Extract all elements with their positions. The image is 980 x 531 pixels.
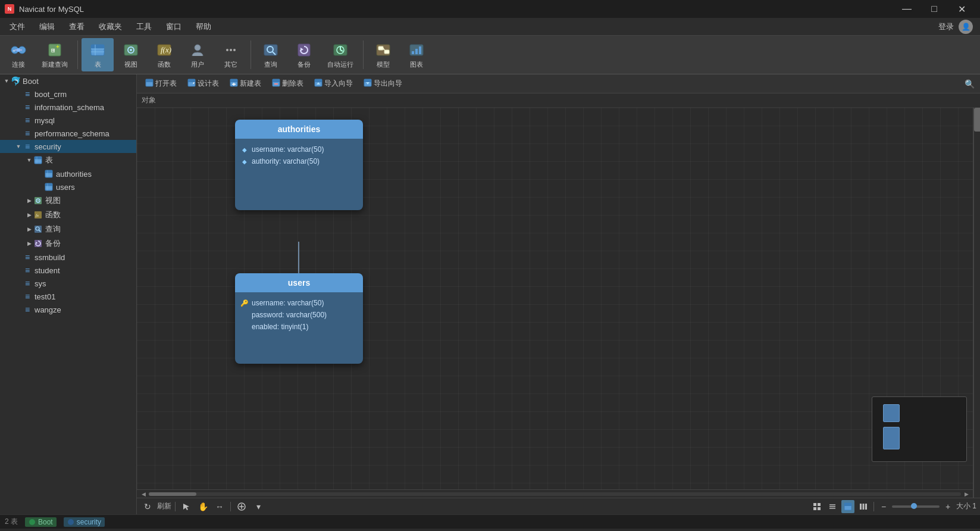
maximize-button[interactable]: □ bbox=[920, 0, 948, 18]
toolbar-query[interactable]: 查询 bbox=[255, 38, 287, 71]
sidebar-item-views[interactable]: ▶ 视图 bbox=[0, 193, 136, 208]
minimize-button[interactable]: — bbox=[893, 0, 920, 18]
svg-rect-89 bbox=[818, 507, 821, 510]
boot-arrow: ▼ bbox=[2, 77, 11, 85]
close-button[interactable]: ✕ bbox=[948, 0, 975, 18]
design-table-button[interactable]: 设计表 bbox=[183, 77, 224, 90]
toolbar-other-label: 其它 bbox=[224, 60, 237, 69]
sidebar-item-wangze[interactable]: ▶ ≡ wangze bbox=[0, 303, 136, 316]
canvas[interactable]: authorities ◆ username: varchar(50) ◆ au… bbox=[137, 108, 973, 498]
toolbar-connect[interactable]: + 连接 bbox=[2, 38, 35, 71]
move-tool-button[interactable]: ↔ bbox=[212, 500, 227, 513]
svg-point-98 bbox=[29, 519, 35, 525]
svg-rect-32 bbox=[378, 46, 383, 50]
sidebar-item-test01[interactable]: ▶ ≡ test01 bbox=[0, 290, 136, 303]
menu-window[interactable]: 窗口 bbox=[159, 19, 189, 35]
scroll-left-arrow[interactable]: ◀ bbox=[139, 491, 148, 498]
enabled-spacer-icon bbox=[241, 323, 248, 330]
sidebar-item-boot[interactable]: ▼ 🐬 Boot bbox=[0, 74, 136, 88]
menu-file[interactable]: 文件 bbox=[2, 19, 32, 35]
menu-edit[interactable]: 编辑 bbox=[32, 19, 62, 35]
hscrollbar[interactable]: ◀ ▶ bbox=[137, 489, 973, 498]
login-button[interactable]: 登录 bbox=[938, 21, 954, 32]
export-wizard-label: 导出向导 bbox=[374, 79, 402, 89]
svg-text:⊞: ⊞ bbox=[51, 46, 55, 54]
scroll-right-arrow[interactable]: ▶ bbox=[962, 491, 970, 498]
right-panel bbox=[973, 108, 980, 498]
authorities-card[interactable]: authorities ◆ username: varchar(50) ◆ au… bbox=[235, 120, 363, 210]
zoom-slider[interactable] bbox=[892, 505, 940, 508]
toolbar-chart[interactable]: 图表 bbox=[400, 38, 433, 71]
sidebar-item-queries[interactable]: ▶ 查询 bbox=[0, 222, 136, 236]
new-table-button[interactable]: 新建表 bbox=[225, 77, 266, 90]
sidebar-item-security[interactable]: ▼ ≡ security bbox=[0, 140, 136, 153]
minimap-authorities bbox=[883, 404, 900, 422]
menu-favorites[interactable]: 收藏夹 bbox=[92, 19, 129, 35]
menu-tools[interactable]: 工具 bbox=[129, 19, 159, 35]
sidebar-info-schema-label: information_schema bbox=[35, 103, 104, 112]
column-view-button[interactable] bbox=[857, 500, 870, 513]
menu-view[interactable]: 查看 bbox=[62, 19, 92, 35]
svg-point-19 bbox=[226, 49, 228, 51]
detail-view-button[interactable] bbox=[841, 500, 854, 513]
toolbar-view-label: 视图 bbox=[124, 60, 137, 69]
new-table-label: 新建表 bbox=[240, 79, 261, 89]
import-wizard-button[interactable]: 导入向导 bbox=[309, 77, 358, 90]
toolbar-query-label: 查询 bbox=[264, 60, 277, 69]
zoom-in-button[interactable]: + bbox=[942, 501, 954, 513]
sidebar-item-ssmbuild[interactable]: ▶ ≡ ssmbuild bbox=[0, 251, 136, 264]
authorities-field-username: ◆ username: varchar(50) bbox=[241, 143, 357, 155]
perf-schema-icon: ≡ bbox=[23, 129, 32, 138]
toolbar-other[interactable]: 其它 bbox=[215, 38, 247, 71]
search-button[interactable]: 🔍 bbox=[962, 77, 976, 91]
sidebar-item-mysql[interactable]: ▶ ≡ mysql bbox=[0, 114, 136, 127]
sidebar-test01-label: test01 bbox=[35, 292, 55, 301]
dropdown-arrow[interactable]: ▾ bbox=[251, 500, 265, 513]
open-table-button[interactable]: 打开表 bbox=[140, 77, 181, 90]
list-view-button[interactable] bbox=[826, 500, 839, 513]
users-password-field: password: varchar(500) bbox=[252, 311, 327, 319]
delete-table-button[interactable]: 删除表 bbox=[267, 77, 308, 90]
add-node-button[interactable] bbox=[234, 500, 249, 513]
main-area: ▼ 🐬 Boot ▶ ≡ boot_crm ▶ ≡ information_sc… bbox=[0, 74, 980, 514]
export-wizard-button[interactable]: 导出向导 bbox=[359, 77, 407, 90]
toolbar-user[interactable]: 用户 bbox=[181, 38, 214, 71]
grid-view-button[interactable] bbox=[810, 500, 824, 513]
right-scrollbar[interactable] bbox=[973, 108, 980, 498]
user-avatar[interactable]: 👤 bbox=[959, 20, 973, 34]
toolbar-view[interactable]: 视图 bbox=[115, 38, 147, 71]
users-card[interactable]: users 🔑 username: varchar(50) password: … bbox=[235, 273, 363, 364]
zoom-out-button[interactable]: − bbox=[878, 501, 890, 513]
functions-arrow: ▶ bbox=[25, 211, 33, 219]
toolbar-new-query[interactable]: ⊞ + 新建查询 bbox=[36, 38, 74, 71]
sidebar-item-backup[interactable]: ▶ 备份 bbox=[0, 236, 136, 251]
toolbar-table-label: 表 bbox=[95, 60, 101, 69]
sidebar-item-sys[interactable]: ▶ ≡ sys bbox=[0, 277, 136, 290]
scroll-track[interactable] bbox=[149, 492, 961, 496]
toolbar-model[interactable]: 模型 bbox=[367, 38, 399, 71]
toolbar-backup[interactable]: 备份 bbox=[288, 38, 320, 71]
titlebar-left: N Navicat for MySQL bbox=[5, 4, 84, 14]
backup-db-icon bbox=[33, 239, 43, 248]
hand-tool-button[interactable]: ✋ bbox=[196, 500, 210, 513]
refresh-button[interactable]: ↻ bbox=[140, 500, 155, 513]
sidebar-item-authorities[interactable]: ▶ authorities bbox=[0, 167, 136, 180]
sidebar-item-information-schema[interactable]: ▶ ≡ information_schema bbox=[0, 101, 136, 114]
sidebar-item-users[interactable]: ▶ users bbox=[0, 180, 136, 193]
toolbar-auto[interactable]: 自动运行 bbox=[321, 38, 359, 71]
scroll-thumb[interactable] bbox=[149, 492, 196, 496]
backup-icon bbox=[295, 40, 314, 59]
sidebar-item-performance-schema[interactable]: ▶ ≡ performance_schema bbox=[0, 127, 136, 140]
toolbar-function[interactable]: f(x) 函数 bbox=[148, 38, 180, 71]
sidebar-item-functions[interactable]: ▶ fx 函数 bbox=[0, 208, 136, 222]
select-tool-button[interactable] bbox=[179, 500, 193, 513]
sidebar-item-tables-group[interactable]: ▼ 表 bbox=[0, 153, 136, 167]
vscroll-thumb[interactable] bbox=[974, 108, 980, 132]
menu-help[interactable]: 帮助 bbox=[189, 19, 218, 35]
sidebar-item-student[interactable]: ▶ ≡ student bbox=[0, 264, 136, 277]
toolbar-auto-label: 自动运行 bbox=[327, 60, 353, 69]
toolbar-table[interactable]: 表 bbox=[82, 38, 114, 71]
sidebar-item-boot-crm[interactable]: ▶ ≡ boot_crm bbox=[0, 88, 136, 101]
import-wizard-icon bbox=[314, 79, 323, 89]
canvas-container[interactable]: authorities ◆ username: varchar(50) ◆ au… bbox=[137, 108, 973, 498]
